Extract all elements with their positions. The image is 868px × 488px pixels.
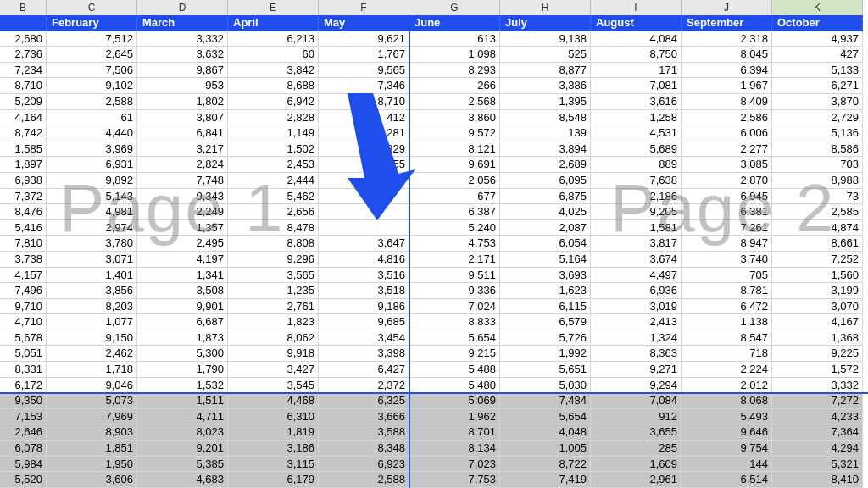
- cell[interactable]: 139: [500, 125, 591, 141]
- cell[interactable]: 2,249: [137, 204, 228, 220]
- cell[interactable]: 3,518: [319, 283, 409, 299]
- cell[interactable]: 1,532: [137, 378, 228, 394]
- cell[interactable]: 2,087: [500, 220, 591, 236]
- cell[interactable]: 9,621: [319, 31, 409, 47]
- cell[interactable]: 1,790: [137, 362, 228, 378]
- cell[interactable]: 3,516: [319, 268, 409, 284]
- cell[interactable]: 1,897: [0, 157, 47, 173]
- header-cell[interactable]: [0, 15, 47, 31]
- cell[interactable]: 8,688: [228, 78, 319, 94]
- cell[interactable]: 2,961: [591, 472, 682, 488]
- header-cell[interactable]: May: [319, 15, 409, 31]
- cell[interactable]: 4,710: [0, 314, 47, 330]
- cell[interactable]: 412: [319, 110, 409, 126]
- cell[interactable]: 3,071: [47, 252, 137, 268]
- cell[interactable]: 9,754: [682, 441, 772, 457]
- cell[interactable]: 2,318: [682, 31, 772, 47]
- cell[interactable]: 3,588: [319, 424, 409, 441]
- cell[interactable]: 1,149: [228, 125, 319, 141]
- cell[interactable]: 3,740: [682, 252, 772, 268]
- cell[interactable]: 9,215: [409, 346, 500, 362]
- cell[interactable]: 6,387: [409, 204, 500, 220]
- cell[interactable]: 2,870: [682, 173, 772, 189]
- cell[interactable]: 1,502: [228, 141, 319, 158]
- cell[interactable]: 5,300: [137, 346, 228, 362]
- cell[interactable]: 7,084: [591, 393, 682, 409]
- cell[interactable]: 2,453: [228, 157, 319, 173]
- cell[interactable]: 7,372: [0, 189, 47, 205]
- cell[interactable]: 1,357: [137, 220, 228, 236]
- cell[interactable]: 3,632: [137, 47, 228, 63]
- cell[interactable]: 2,444: [228, 173, 319, 189]
- cell[interactable]: 2,646: [0, 424, 47, 441]
- cell[interactable]: 6,931: [47, 157, 137, 173]
- cell[interactable]: 7,261: [682, 220, 772, 236]
- cell[interactable]: 1,967: [682, 78, 772, 94]
- cell[interactable]: 7,346: [319, 78, 409, 94]
- cell[interactable]: 525: [500, 47, 591, 63]
- cell[interactable]: 9,892: [47, 173, 137, 189]
- cell[interactable]: 9,046: [47, 378, 137, 394]
- cell[interactable]: 2,974: [47, 220, 137, 236]
- cell[interactable]: 3,398: [319, 346, 409, 362]
- cell[interactable]: 4,753: [409, 236, 500, 252]
- cell[interactable]: 6,115: [500, 299, 591, 315]
- cell[interactable]: 2,186: [591, 189, 682, 205]
- cell[interactable]: 5,143: [47, 189, 137, 205]
- cell[interactable]: 3,454: [319, 330, 409, 347]
- cell[interactable]: 9,336: [409, 283, 500, 299]
- cell[interactable]: 8,476: [0, 204, 47, 220]
- cell[interactable]: 8,808: [228, 236, 319, 252]
- cell[interactable]: 5,488: [409, 362, 500, 378]
- cell[interactable]: 2,277: [682, 141, 772, 158]
- cell[interactable]: 6,394: [682, 63, 772, 79]
- cell[interactable]: 7,748: [137, 173, 228, 189]
- cell[interactable]: 3,674: [591, 252, 682, 268]
- cell[interactable]: 6,213: [228, 31, 319, 47]
- cell[interactable]: 8,363: [591, 346, 682, 362]
- cell[interactable]: 1,718: [47, 362, 137, 378]
- cell[interactable]: 3,842: [228, 63, 319, 79]
- cell[interactable]: 1,258: [591, 110, 682, 126]
- cell[interactable]: 9,511: [409, 268, 500, 284]
- col-header-E[interactable]: E: [228, 0, 319, 15]
- cell[interactable]: 3,807: [137, 110, 228, 126]
- cell[interactable]: 8,710: [0, 78, 47, 94]
- cell[interactable]: 1,368: [772, 330, 863, 347]
- cell[interactable]: 5,480: [409, 378, 500, 394]
- cell[interactable]: 3,085: [682, 157, 772, 173]
- cell[interactable]: 8,877: [500, 63, 591, 79]
- cell[interactable]: 613: [409, 31, 500, 47]
- cell[interactable]: 9,918: [228, 346, 319, 362]
- cell[interactable]: 4,164: [0, 110, 47, 126]
- cell[interactable]: 1,950: [47, 457, 137, 473]
- cell[interactable]: 1,962: [409, 409, 500, 425]
- cell[interactable]: 1,823: [228, 314, 319, 330]
- cell[interactable]: 4,084: [591, 31, 682, 47]
- cell[interactable]: 6,271: [772, 78, 863, 94]
- cell[interactable]: 3,606: [47, 472, 137, 488]
- cell[interactable]: 6,095: [500, 173, 591, 189]
- cell[interactable]: 7,419: [500, 472, 591, 488]
- cell[interactable]: 8,348: [319, 441, 409, 457]
- cell[interactable]: 9,565: [319, 63, 409, 79]
- cell[interactable]: 2,588: [47, 94, 137, 110]
- cell[interactable]: 889: [591, 157, 682, 173]
- cell[interactable]: 7,023: [409, 457, 500, 473]
- cell[interactable]: 73: [772, 189, 863, 205]
- cell[interactable]: 9,901: [137, 299, 228, 315]
- cell[interactable]: 3,856: [47, 283, 137, 299]
- cell[interactable]: 2,829: [319, 141, 409, 158]
- cell[interactable]: 4,816: [319, 252, 409, 268]
- cell[interactable]: 5,385: [137, 457, 228, 473]
- cell[interactable]: 5,654: [409, 330, 500, 347]
- cell[interactable]: 4,440: [47, 125, 137, 141]
- cell[interactable]: 718: [682, 346, 772, 362]
- cell[interactable]: 3,545: [228, 378, 319, 394]
- cell[interactable]: 7,081: [591, 78, 682, 94]
- cell[interactable]: 1,138: [682, 314, 772, 330]
- cell[interactable]: 1,873: [137, 330, 228, 347]
- cell[interactable]: 6,325: [319, 393, 409, 409]
- cell[interactable]: 1,581: [591, 220, 682, 236]
- cell[interactable]: 5,073: [47, 393, 137, 409]
